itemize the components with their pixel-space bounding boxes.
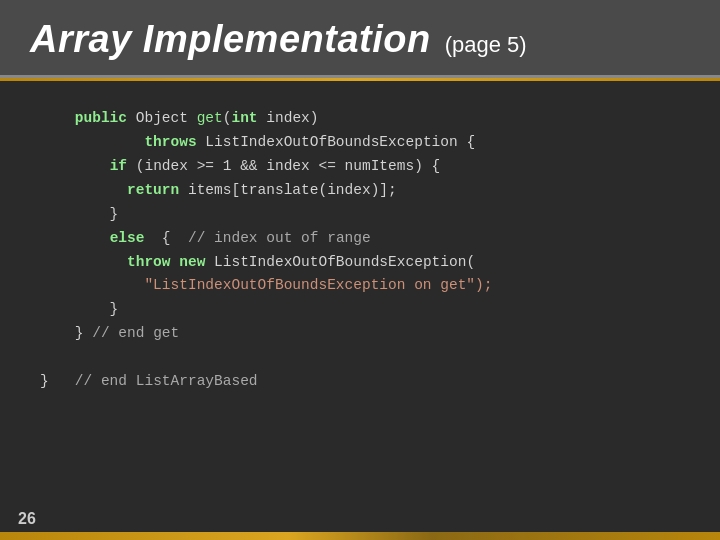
- code-line-5: }: [40, 203, 680, 227]
- slide-title-main: Array Implementation: [30, 18, 431, 61]
- code-line-9: }: [40, 298, 680, 322]
- title-bar: Array Implementation (page 5): [0, 0, 720, 78]
- code-line-2: throws ListIndexOutOfBoundsException {: [40, 131, 680, 155]
- code-block: public Object get(int index) throws List…: [40, 107, 680, 394]
- slide-number: 26: [18, 510, 36, 528]
- code-line-4: return items[translate(index)];: [40, 179, 680, 203]
- code-line-8: "ListIndexOutOfBoundsException on get");: [40, 274, 680, 298]
- content-area: public Object get(int index) throws List…: [0, 81, 720, 540]
- code-line-10: } // end get: [40, 322, 680, 346]
- slide: Array Implementation (page 5) public Obj…: [0, 0, 720, 540]
- code-line-11: [40, 346, 680, 370]
- code-line-12: } // end ListArrayBased: [40, 370, 680, 394]
- code-line-7: throw new ListIndexOutOfBoundsException(: [40, 251, 680, 275]
- code-line-6: else { // index out of range: [40, 227, 680, 251]
- slide-title-sub: (page 5): [445, 32, 527, 58]
- bottom-bar: [0, 532, 720, 540]
- code-line-1: public Object get(int index): [40, 107, 680, 131]
- code-line-3: if (index >= 1 && index <= numItems) {: [40, 155, 680, 179]
